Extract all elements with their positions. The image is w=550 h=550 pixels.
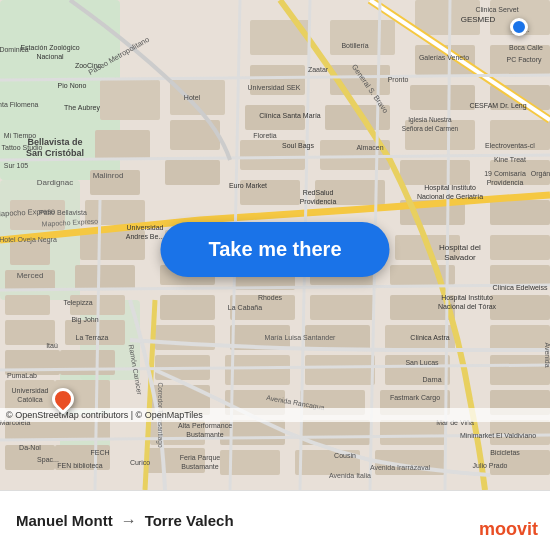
svg-text:Universidad SEK: Universidad SEK	[248, 84, 301, 91]
map-attribution: © OpenStreetMap contributors | © OpenMap…	[0, 408, 550, 422]
svg-text:Providencia: Providencia	[300, 198, 337, 205]
svg-text:Universidad: Universidad	[12, 387, 49, 394]
svg-text:Tattoo Studio: Tattoo Studio	[2, 144, 43, 151]
svg-rect-46	[225, 355, 290, 385]
svg-text:Soul Bags: Soul Bags	[282, 142, 314, 150]
svg-text:PC Factory: PC Factory	[506, 56, 542, 64]
svg-text:Santa Filomena: Santa Filomena	[0, 101, 39, 108]
svg-text:RedSalud: RedSalud	[303, 189, 334, 196]
svg-text:La Terraza: La Terraza	[76, 334, 109, 341]
svg-text:Clínica Astra: Clínica Astra	[410, 334, 449, 341]
moovit-brand-name: moovit	[479, 519, 538, 540]
svg-text:Boca Calle: Boca Calle	[509, 44, 543, 51]
svg-text:La Cabaña: La Cabaña	[228, 304, 262, 311]
svg-text:Dominica: Dominica	[0, 46, 29, 53]
moovit-logo: moovit	[479, 519, 538, 540]
svg-rect-67	[400, 160, 470, 185]
svg-text:Zaatar: Zaatar	[308, 66, 329, 73]
svg-rect-70	[390, 265, 455, 285]
svg-rect-31	[160, 295, 215, 320]
route-info: Manuel Montt → Torre Valech	[16, 512, 534, 530]
svg-text:Pronto: Pronto	[388, 76, 409, 83]
map-area: Bellavista de San Cristóbal GESMED Clini…	[0, 0, 550, 490]
svg-text:Hotel: Hotel	[184, 94, 201, 101]
svg-text:Floretia: Floretia	[253, 132, 276, 139]
svg-text:Telepizza: Telepizza	[63, 299, 92, 307]
svg-text:Dardignac: Dardignac	[37, 178, 73, 187]
svg-rect-85	[490, 295, 550, 320]
svg-text:Nacional: Nacional	[36, 53, 64, 60]
svg-text:Electroventas-cl: Electroventas-cl	[485, 142, 535, 149]
svg-text:Big John: Big John	[71, 316, 98, 324]
svg-text:Nacional del Tórax: Nacional del Tórax	[438, 303, 497, 310]
svg-rect-83	[490, 235, 550, 260]
svg-text:Minimarket El Valdiviano: Minimarket El Valdiviano	[460, 432, 536, 439]
svg-text:Kine Treat: Kine Treat	[494, 156, 526, 163]
svg-text:PumaLab: PumaLab	[7, 372, 37, 379]
svg-text:Andres Be...: Andres Be...	[126, 233, 165, 240]
svg-text:Providencia: Providencia	[487, 179, 524, 186]
svg-text:Clinica Servet: Clinica Servet	[475, 6, 518, 13]
svg-text:María Luisa Santander: María Luisa Santander	[265, 334, 336, 341]
svg-text:Sur 105: Sur 105	[4, 162, 29, 169]
svg-text:Clínica Edelweiss: Clínica Edelweiss	[493, 284, 548, 291]
take-me-there-button[interactable]: Take me there	[160, 222, 389, 277]
route-from: Manuel Montt	[16, 512, 113, 529]
svg-text:Bicicletas: Bicicletas	[490, 449, 520, 456]
svg-text:Spac...: Spac...	[37, 456, 59, 464]
bottom-bar: Manuel Montt → Torre Valech moovit	[0, 490, 550, 550]
svg-rect-11	[5, 380, 55, 410]
svg-text:Avenida Irarrázaval: Avenida Irarrázaval	[370, 464, 431, 471]
svg-text:GESMED: GESMED	[461, 15, 496, 24]
svg-text:Universidad: Universidad	[127, 224, 164, 231]
svg-text:Nacional de Geriatría: Nacional de Geriatría	[417, 193, 483, 200]
svg-text:Hotel Oveja Negra: Hotel Oveja Negra	[0, 236, 57, 244]
svg-text:Rhodes: Rhodes	[258, 294, 283, 301]
svg-text:Julio Prado: Julio Prado	[472, 462, 507, 469]
svg-text:Pio Nono: Pio Nono	[58, 82, 87, 89]
svg-text:Católica: Católica	[17, 396, 42, 403]
svg-rect-8	[5, 295, 50, 315]
svg-text:Fastmark Cargo: Fastmark Cargo	[390, 394, 440, 402]
svg-text:Feria Parque: Feria Parque	[180, 454, 221, 462]
svg-text:Da-Nol: Da-Nol	[19, 444, 41, 451]
svg-text:FECH: FECH	[90, 449, 109, 456]
app-container: Bellavista de San Cristóbal GESMED Clini…	[0, 0, 550, 550]
svg-text:FEN biblioteca: FEN biblioteca	[57, 462, 103, 469]
svg-text:Señora del Carmen: Señora del Carmen	[402, 125, 459, 132]
svg-text:Merced: Merced	[17, 271, 44, 280]
svg-text:The Aubrey: The Aubrey	[64, 104, 100, 112]
svg-text:Mi Tiempo: Mi Tiempo	[4, 132, 36, 140]
svg-rect-28	[165, 160, 220, 185]
svg-text:Malinrod: Malinrod	[93, 171, 124, 180]
svg-text:Darna: Darna	[422, 376, 441, 383]
svg-rect-87	[490, 355, 550, 385]
svg-text:CESFAM Dr. Leng: CESFAM Dr. Leng	[469, 102, 526, 110]
svg-rect-50	[330, 20, 395, 55]
svg-rect-19	[75, 265, 135, 290]
svg-text:Avenida Italia: Avenida Italia	[329, 472, 371, 479]
svg-text:Hospital del: Hospital del	[439, 243, 481, 252]
svg-text:Estación Zoológico: Estación Zoológico	[20, 44, 79, 52]
svg-rect-22	[60, 350, 115, 375]
svg-rect-21	[65, 320, 125, 345]
svg-text:Bustamante: Bustamante	[181, 463, 218, 470]
svg-text:19 Comisaría: 19 Comisaría	[484, 170, 526, 177]
svg-rect-65	[410, 85, 475, 110]
svg-rect-6	[10, 240, 50, 265]
svg-text:Almacen: Almacen	[356, 144, 383, 151]
svg-text:Curico: Curico	[130, 459, 150, 466]
svg-text:Clínica Santa María: Clínica Santa María	[259, 112, 321, 119]
svg-rect-86	[490, 325, 550, 350]
svg-rect-15	[95, 130, 150, 160]
svg-rect-59	[305, 355, 375, 385]
svg-text:Bustamante: Bustamante	[186, 431, 223, 438]
svg-text:Galerías Veneto: Galerías Veneto	[419, 54, 469, 61]
svg-text:Alta Performance: Alta Performance	[178, 422, 232, 429]
svg-text:Hospital Instituto: Hospital Instituto	[424, 184, 476, 192]
svg-text:San Lucas: San Lucas	[405, 359, 439, 366]
svg-text:Avenida: Avenida	[544, 342, 550, 367]
svg-text:Cousin: Cousin	[334, 452, 356, 459]
svg-text:Euro Market: Euro Market	[229, 182, 267, 189]
svg-rect-84	[490, 265, 550, 285]
